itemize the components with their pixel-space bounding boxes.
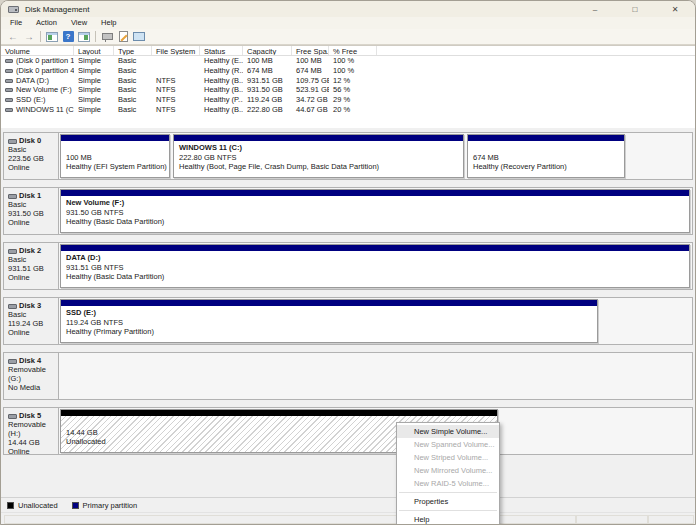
table-row[interactable]: WINDOWS 11 (C:) Simple Basic NTFS Health… [1,104,695,114]
status-cell: Healthy (P... [200,95,243,104]
menu-item-help[interactable]: Help [397,513,499,525]
partition-size: 222.80 GB NTFS [179,153,463,163]
display-button[interactable] [131,30,147,44]
type-cell: Basic [114,95,152,104]
volume-name: SSD (E:) [16,95,46,104]
popup-button[interactable] [99,30,115,44]
free-space-cell: 109.75 GB [292,76,329,85]
pct-free-cell: 20 % [329,105,377,114]
disk-icon [8,304,17,309]
disk-kind: Removable (G:) [8,365,58,383]
table-row[interactable]: (Disk 0 partition 1) Simple Basic Health… [1,56,695,66]
capacity-cell: 119.24 GB [243,95,292,104]
disk-management-window: Disk Management – □ ✕ File Action View H… [0,0,696,525]
legend-label-primary-partition: Primary partition [83,501,138,510]
menu-view[interactable]: View [64,17,94,29]
disk-0-label[interactable]: Disk 0 Basic 223.56 GB Online [4,133,59,179]
layout-cell: Simple [74,85,114,94]
help-icon: ? [63,31,74,42]
close-button[interactable]: ✕ [655,1,695,17]
disk-kind: Basic [8,255,58,264]
window-title: Disk Management [25,5,89,14]
volume-name: New Volume (F:) [16,85,72,94]
partition-ssd-e[interactable]: SSD (E:) 119.24 GB NTFS Healthy (Primary… [60,299,598,343]
disk-name: Disk 0 [19,136,41,145]
column-header-pct-free[interactable]: % Free [329,46,377,55]
disk-state: Online [8,163,58,172]
partition-title: SSD (E:) [66,308,597,318]
forward-button[interactable]: → [21,30,37,44]
disk-size: 119.24 GB [8,319,58,328]
disk-1-label[interactable]: Disk 1 Basic 931.50 GB Online [4,188,59,234]
back-button[interactable]: ← [5,30,21,44]
partition-size: 931.51 GB NTFS [66,263,689,273]
maximize-button[interactable]: □ [615,1,655,17]
column-header-free-space[interactable]: Free Spa... [292,46,329,55]
partition-title: New Volume (F:) [66,198,689,208]
column-header-file-system[interactable]: File System [152,46,200,55]
free-space-cell: 100 MB [292,56,329,65]
file-system-cell: NTFS [152,85,200,94]
menu-file[interactable]: File [3,17,29,29]
disk-state: Online [8,447,58,454]
action-pane-icon [78,32,90,42]
status-cell: Healthy (R... [200,66,243,75]
column-header-layout[interactable]: Layout [74,46,114,55]
menu-separator [399,510,497,511]
table-row[interactable]: DATA (D:) Simple Basic NTFS Healthy (B..… [1,75,695,85]
capacity-cell: 931.51 GB [243,76,292,85]
forward-icon: → [24,32,34,42]
column-header-capacity[interactable]: Capacity [243,46,292,55]
disk-2-partitions: DATA (D:) 931.51 GB NTFS Healthy (Basic … [59,243,692,289]
menu-help[interactable]: Help [94,17,123,29]
partition-windows-11-c[interactable]: WINDOWS 11 (C:) 222.80 GB NTFS Healthy (… [173,134,464,178]
volume-cell: (Disk 0 partition 4) [1,66,74,75]
menu-separator [399,492,497,493]
properties-button[interactable] [115,30,131,44]
capacity-cell: 931.50 GB [243,85,292,94]
table-row[interactable]: SSD (E:) Simple Basic NTFS Healthy (P...… [1,95,695,105]
table-row[interactable]: (Disk 0 partition 4) Simple Basic Health… [1,66,695,76]
disk-row-3: Disk 3 Basic 119.24 GB Online SSD (E:) 1… [3,297,693,345]
disk-row-1: Disk 1 Basic 931.50 GB Online New Volume… [3,187,693,235]
primary-partition-swatch [72,502,79,509]
menu-item-new-raid5-volume: New RAID-5 Volume... [397,477,499,490]
menu-item-properties[interactable]: Properties [397,495,499,508]
pct-free-cell: 100 % [329,66,377,75]
volume-icon [5,108,13,112]
column-header-type[interactable]: Type [114,46,152,55]
help-button[interactable]: ? [60,30,76,44]
partition-new-volume-f[interactable]: New Volume (F:) 931.50 GB NTFS Healthy (… [60,189,690,233]
status-cell: Healthy (B... [200,85,243,94]
type-cell: Basic [114,85,152,94]
action-pane-button[interactable] [76,30,92,44]
layout-cell: Simple [74,95,114,104]
disk-4-label[interactable]: Disk 4 Removable (G:) No Media [4,353,59,399]
partition-data-d[interactable]: DATA (D:) 931.51 GB NTFS Healthy (Basic … [60,244,690,288]
type-cell: Basic [114,56,152,65]
partition-status: Healthy (Basic Data Partition) [66,217,689,227]
minimize-button[interactable]: – [575,1,615,17]
disk-5-label[interactable]: Disk 5 Removable (H:) 14.44 GB Online [4,408,59,454]
partition-recovery[interactable]: 674 MB Healthy (Recovery Partition) [467,134,625,178]
menu-action[interactable]: Action [29,17,64,29]
partition-status: Healthy (Boot, Page File, Crash Dump, Ba… [179,162,463,172]
display-icon [133,32,145,41]
disk-3-partitions: SSD (E:) 119.24 GB NTFS Healthy (Primary… [59,298,692,344]
disk-row-0: Disk 0 Basic 223.56 GB Online 100 MB Hea… [3,132,693,180]
status-cell: Healthy (B... [200,76,243,85]
disk-size: 931.50 GB [8,209,58,218]
volume-icon [5,69,13,73]
menu-item-new-simple-volume[interactable]: New Simple Volume... [397,425,499,438]
layout-cell: Simple [74,56,114,65]
console-tree-button[interactable] [44,30,60,44]
disk-2-label[interactable]: Disk 2 Basic 931.51 GB Online [4,243,59,289]
layout-cell: Simple [74,105,114,114]
table-row[interactable]: New Volume (F:) Simple Basic NTFS Health… [1,85,695,95]
disk-icon [8,249,17,254]
column-header-status[interactable]: Status [200,46,243,55]
volume-cell: WINDOWS 11 (C:) [1,105,74,114]
partition-efi-system[interactable]: 100 MB Healthy (EFI System Partition) [60,134,170,178]
column-header-volume[interactable]: Volume [1,46,74,55]
disk-3-label[interactable]: Disk 3 Basic 119.24 GB Online [4,298,59,344]
